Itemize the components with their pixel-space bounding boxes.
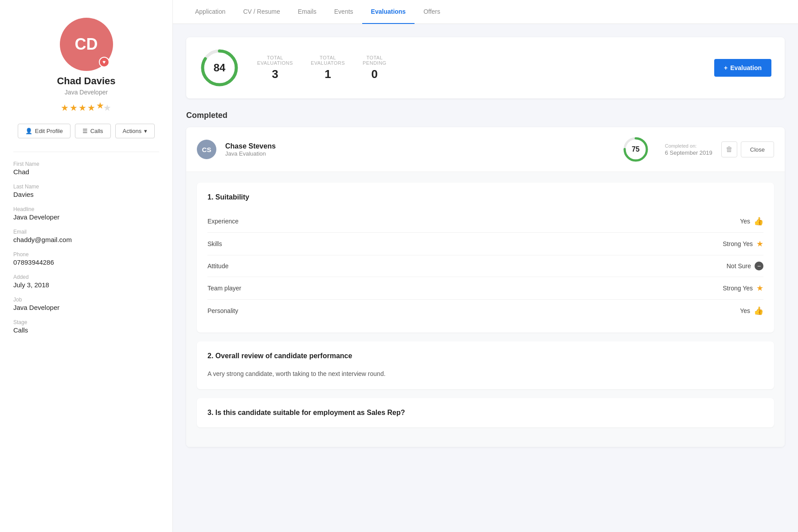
evaluator-avatar: CS [197,140,216,159]
field-last-name: Last Name Davies [13,184,159,198]
eval-actions: 🗑 Close [721,141,774,157]
completed-section-title: Completed [186,111,785,120]
minus-icon: − [755,262,763,270]
field-email: Email chaddy@gmail.com [13,229,159,243]
sidebar: CD ♥ Chad Davies Java Developer ★★★★★★ 👤… [0,0,173,532]
field-phone: Phone 07893944286 [13,251,159,266]
evaluator-role: Java Evaluation [225,150,614,157]
star-icon-2: ★ [756,283,763,293]
tab-emails[interactable]: Emails [289,0,325,24]
plus-icon: + [724,64,728,71]
thumb-up-icon: 👍 [754,216,763,226]
evaluations-content: 84 TOTALEVALUATIONS 3 TOTALEVALUATORS 1 … [173,24,798,532]
stat-total-pending: TOTALPENDING 0 [363,55,387,81]
score-ring: 84 [200,48,239,88]
main-content: Application CV / Resume Emails Events Ev… [173,0,798,532]
tab-offers[interactable]: Offers [415,0,449,24]
add-evaluation-button[interactable]: + Evaluation [714,59,771,77]
person-icon: 👤 [25,128,32,134]
avatar: CD ♥ [60,18,113,71]
eval-score-ring: 75 [622,136,649,163]
eval-section-suitability: 1. Suitability Experience Yes 👍 Skills S… [197,183,774,332]
eval-row-personality: Personality Yes 👍 [207,300,763,322]
eval-date-info: Completed on: 6 September 2019 [665,143,712,156]
evaluator-name: Chase Stevens [225,142,614,150]
tab-application[interactable]: Application [186,0,235,24]
tab-evaluations[interactable]: Evaluations [362,0,415,24]
score-number: 84 [214,62,226,74]
eval-row-team-player: Team player Strong Yes ★ [207,277,763,300]
eval-score-number: 75 [632,145,640,153]
close-evaluation-button[interactable]: Close [741,141,774,157]
stats-card: 84 TOTALEVALUATIONS 3 TOTALEVALUATORS 1 … [186,37,785,98]
star-rating: ★★★★★★ [61,100,112,113]
eval-row-experience: Experience Yes 👍 [207,210,763,233]
star-icon: ★ [756,239,763,249]
field-headline: Headline Java Developer [13,206,159,221]
evaluator-info: Chase Stevens Java Evaluation [225,142,614,157]
field-added: Added July 3, 2018 [13,274,159,289]
eval-row-attitude: Attitude Not Sure − [207,255,763,277]
eval-section-suitable: 3. Is this candidate suitable for employ… [197,398,774,427]
evaluation-header: CS Chase Stevens Java Evaluation 75 Comp… [186,127,785,172]
actions-button[interactable]: Actions ▾ [115,124,155,138]
stat-total-evaluators: TOTALEVALUATORS 1 [311,55,345,81]
evaluation-body: 1. Suitability Experience Yes 👍 Skills S… [186,172,785,447]
trash-icon: 🗑 [726,145,733,153]
profile-fields: First Name Chad Last Name Davies Headlin… [13,161,159,342]
field-job: Job Java Developer [13,297,159,311]
action-buttons-group: 👤 Edit Profile ☰ Calls Actions ▾ [18,124,155,138]
heart-badge: ♥ [99,57,110,67]
tab-events[interactable]: Events [325,0,362,24]
delete-evaluation-button[interactable]: 🗑 [721,141,737,157]
tabs-bar: Application CV / Resume Emails Events Ev… [173,0,798,24]
list-icon: ☰ [82,128,88,134]
candidate-name: Chad Davies [57,75,115,87]
edit-profile-button[interactable]: 👤 Edit Profile [18,124,70,138]
calls-button[interactable]: ☰ Calls [75,124,111,138]
chevron-down-icon: ▾ [144,128,147,134]
thumb-up-icon-2: 👍 [754,306,763,316]
field-stage: Stage Calls [13,319,159,334]
evaluation-card: CS Chase Stevens Java Evaluation 75 Comp… [186,127,785,447]
eval-section-overall-review: 2. Overall review of candidate performan… [197,341,774,389]
tab-cv-resume[interactable]: CV / Resume [235,0,289,24]
stat-total-evaluations: TOTALEVALUATIONS 3 [257,55,293,81]
field-first-name: First Name Chad [13,161,159,176]
eval-row-skills: Skills Strong Yes ★ [207,233,763,255]
sidebar-divider [13,152,159,152]
candidate-title: Java Developer [65,89,108,96]
